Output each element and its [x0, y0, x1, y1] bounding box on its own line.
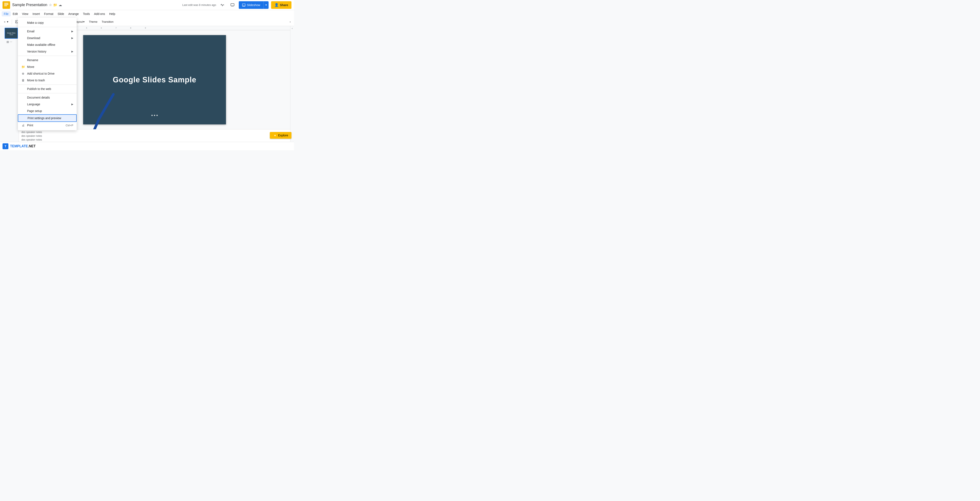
offline-left: Make available offline [21, 43, 55, 46]
title-area: Sample Presentation ☆ 📁 ☁ [12, 3, 62, 7]
menu-item-download[interactable]: Download ▶ [18, 35, 76, 41]
folder-icon[interactable]: 📁 [53, 3, 57, 7]
move-label: Move [27, 65, 34, 69]
notes-area: des speaker notes des speaker notes des … [19, 129, 290, 142]
menu-item-language[interactable]: Language ▶ [18, 101, 76, 108]
menu-section-copy: Make a copy [18, 19, 76, 27]
chat-icon[interactable] [229, 1, 236, 9]
slideshow-button[interactable]: Slideshow [239, 1, 264, 9]
menu-item-print[interactable]: 🖨 Print Ctrl+P [18, 122, 76, 129]
menu-section-file: Rename 📁 Move ⊕ Add shortcut to Drive 🗑 … [18, 56, 76, 85]
download-left: Download [21, 36, 40, 40]
menu-item-doc-details[interactable]: Document details [18, 94, 76, 101]
trash-left: 🗑 Move to trash [21, 78, 45, 82]
rename-label: Rename [27, 58, 38, 62]
menu-format[interactable]: Format [42, 11, 56, 16]
menu-item-offline[interactable]: Make available offline [18, 41, 76, 48]
menu-edit[interactable]: Edit [11, 11, 20, 16]
svg-rect-5 [242, 4, 245, 6]
page-setup-label: Page setup [27, 109, 42, 113]
add-button[interactable]: ＋ ▾ [2, 19, 10, 25]
cloud-icon[interactable]: ☁ [59, 3, 62, 7]
activity-icon[interactable] [219, 1, 226, 9]
menu-file[interactable]: File [2, 11, 11, 16]
explore-button[interactable]: ★ Explore [270, 132, 291, 139]
note-line-3: des speaker notes [21, 138, 288, 142]
slide-panel-icons: ▤ ⋯ [1, 40, 18, 43]
make-copy-left: Make a copy [21, 21, 44, 24]
share-button[interactable]: 👤 Share [271, 1, 291, 9]
menu-help[interactable]: Help [107, 11, 118, 16]
slide-frame[interactable]: Google Slides Sample [83, 35, 226, 124]
email-arrow: ▶ [72, 30, 73, 33]
add-arrow: ▾ [7, 20, 8, 23]
svg-rect-2 [4, 4, 8, 5]
email-left: Email [21, 30, 35, 33]
menu-arrange[interactable]: Arrange [66, 11, 81, 16]
menu-tools[interactable]: Tools [81, 11, 92, 16]
trash-label: Move to trash [27, 78, 45, 82]
menu-section-share: Email ▶ Download ▶ Make available offlin… [18, 27, 76, 56]
toolbar-right: ‹ [288, 19, 292, 25]
version-left: Version history [21, 50, 46, 53]
menu-section-publish: Publish to the web [18, 85, 76, 93]
svg-text:9: 9 [145, 27, 146, 29]
rename-left: Rename [21, 58, 38, 62]
svg-rect-3 [4, 5, 7, 6]
svg-text:7: 7 [116, 27, 116, 29]
menu-item-print-settings[interactable]: Print settings and preview [18, 114, 76, 122]
menu-item-page-setup[interactable]: Page setup [18, 108, 76, 114]
slideshow-dropdown-arrow[interactable]: ▾ [264, 1, 269, 9]
transition-label: Transition [102, 20, 114, 23]
menu-item-make-copy[interactable]: Make a copy [18, 19, 76, 26]
watermark-t: T [5, 145, 6, 148]
slide-title: Google Slides Sample [113, 75, 196, 84]
collapse-right-icon[interactable]: ‹ [292, 27, 293, 30]
svg-text:Sample: Sample [10, 34, 13, 35]
shortcut-icon: ⊕ [21, 72, 25, 75]
brand-name: TEMPLATE [10, 144, 28, 148]
star-icon[interactable]: ☆ [49, 3, 52, 7]
dot-2 [154, 115, 155, 116]
language-arrow: ▶ [72, 103, 73, 106]
svg-rect-1 [4, 3, 8, 3]
note-line-2: des speaker notes [21, 134, 288, 138]
slide-thumbnail[interactable]: Google Slides Sample [5, 28, 18, 39]
language-label: Language [27, 102, 40, 106]
print-settings-label: Print settings and preview [27, 116, 61, 120]
slide-content: Google Slides Sample [113, 75, 196, 84]
collapse-btn[interactable]: ‹ [288, 19, 292, 25]
theme-button[interactable]: Theme [87, 19, 99, 25]
last-edit-text: Last edit was 8 minutes ago [182, 3, 216, 6]
menu-item-add-shortcut[interactable]: ⊕ Add shortcut to Drive [18, 70, 76, 77]
svg-text:Google Slides: Google Slides [7, 32, 16, 34]
version-arrow: ▶ [72, 50, 73, 53]
download-label: Download [27, 36, 40, 40]
svg-text:5: 5 [86, 27, 87, 29]
menu-item-rename[interactable]: Rename [18, 57, 76, 64]
print-label: Print [27, 124, 33, 127]
transition-button[interactable]: Transition [100, 19, 115, 25]
menu-item-trash[interactable]: 🗑 Move to trash [18, 77, 76, 84]
title-icons: ☆ 📁 ☁ [49, 3, 62, 7]
slide-thumb-container: 1 Google Slides Sample [5, 28, 18, 40]
menu-item-publish[interactable]: Publish to the web [18, 86, 76, 92]
svg-text:★: ★ [274, 134, 276, 137]
menu-insert[interactable]: Insert [30, 11, 42, 16]
menu-item-version[interactable]: Version history ▶ [18, 48, 76, 55]
watermark-bar: T TEMPLATE.NET [0, 142, 294, 150]
trash-icon: 🗑 [21, 78, 25, 82]
publish-label: Publish to the web [27, 87, 51, 91]
menu-section-settings: Document details Language ▶ Page setup P… [18, 93, 76, 129]
menu-slide[interactable]: Slide [56, 11, 66, 16]
make-copy-label: Make a copy [27, 21, 44, 24]
theme-label: Theme [89, 20, 97, 23]
svg-rect-4 [231, 3, 234, 6]
menu-item-move[interactable]: 📁 Move [18, 64, 76, 70]
doc-title: Sample Presentation ☆ 📁 ☁ [12, 3, 62, 7]
menu-item-email[interactable]: Email ▶ [18, 28, 76, 35]
title-right: Last edit was 8 minutes ago Slideshow ▾ [182, 1, 291, 9]
svg-point-7 [16, 21, 17, 22]
menu-addons[interactable]: Add-ons [92, 11, 107, 16]
menu-view[interactable]: View [20, 11, 30, 16]
